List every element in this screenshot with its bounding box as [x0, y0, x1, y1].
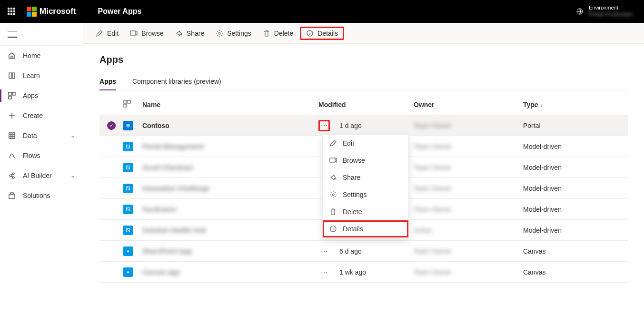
cmd-label: Details: [317, 30, 338, 37]
col-header-type[interactable]: Type↓: [523, 101, 628, 108]
sidebar: Home Learn Apps Create Data ⌄ Flows AI B…: [0, 23, 83, 315]
sidebar-item-learn[interactable]: Learn: [0, 66, 83, 86]
model-app-icon: [123, 142, 133, 151]
ctx-delete[interactable]: Delete: [323, 203, 408, 220]
ai-icon: [8, 171, 16, 180]
chevron-down-icon: ⌄: [70, 132, 75, 139]
col-header-modified[interactable]: Modified: [318, 101, 414, 108]
tab-apps[interactable]: Apps: [99, 78, 116, 90]
sidebar-item-label: Home: [23, 52, 40, 59]
tab-component-libraries[interactable]: Component libraries (preview): [132, 78, 221, 90]
flow-icon: [8, 151, 16, 160]
cmd-label: Settings: [227, 30, 251, 37]
app-name[interactable]: Contoso: [142, 122, 318, 129]
sidebar-item-label: Data: [23, 132, 37, 139]
ctx-label: Edit: [343, 139, 354, 147]
page-title: Apps: [99, 54, 628, 65]
sidebar-toggle-row: [0, 23, 83, 46]
app-launcher-button[interactable]: [4, 4, 19, 19]
svg-rect-2: [12, 92, 15, 95]
app-name[interactable]: SharePoint App: [142, 247, 318, 255]
environment-value: Portal Production: [589, 11, 633, 18]
cmd-edit[interactable]: Edit: [91, 27, 123, 40]
type-value: Model-driven: [523, 164, 628, 171]
sidebar-item-label: Apps: [23, 92, 38, 99]
sidebar-item-create[interactable]: Create: [0, 106, 83, 126]
sidebar-item-apps[interactable]: Apps: [0, 86, 83, 106]
row-more-button[interactable]: ⋯: [318, 120, 330, 131]
cmd-share[interactable]: Share: [170, 27, 209, 40]
home-icon: [8, 51, 16, 60]
sidebar-item-label: Solutions: [23, 192, 50, 199]
cmd-delete[interactable]: Delete: [258, 27, 298, 40]
row-more-button[interactable]: ⋯: [318, 246, 330, 257]
environment-label: Environment: [589, 5, 633, 11]
ctx-label: Share: [343, 174, 360, 181]
chevron-down-icon: ⌄: [70, 172, 75, 179]
cmd-browse[interactable]: Browse: [125, 27, 168, 40]
selected-check-icon[interactable]: ✓: [107, 121, 116, 130]
ctx-share[interactable]: Share: [323, 169, 408, 186]
environment-icon: [575, 7, 584, 16]
model-app-icon: [123, 205, 133, 214]
context-menu: EditBrowseShareSettingsDeleteDetails: [322, 134, 409, 238]
sidebar-item-ai-builder[interactable]: AI Builder ⌄: [0, 166, 83, 186]
hamburger-button[interactable]: [8, 31, 17, 38]
sidebar-item-label: Flows: [23, 152, 40, 159]
table-row[interactable]: ✓Contoso⋯1 d agoTeam OwnerPortalEditBrow…: [99, 115, 628, 136]
type-value: Model-driven: [523, 226, 628, 234]
col-header-name[interactable]: Name: [142, 101, 318, 108]
app-name[interactable]: Portal Management: [142, 143, 318, 150]
sidebar-item-data[interactable]: Data ⌄: [0, 126, 83, 146]
ctx-edit[interactable]: Edit: [323, 135, 408, 152]
ms-logo-icon: [27, 7, 37, 17]
table-row[interactable]: SharePoint App⋯6 d agoTeam OwnerCanvas: [99, 241, 628, 262]
cmd-label: Share: [187, 30, 204, 37]
app-name[interactable]: Canvas app: [142, 268, 318, 276]
topbar: Microsoft Power Apps Environment Portal …: [0, 0, 644, 23]
type-value: Model-driven: [523, 185, 628, 192]
plus-icon: [8, 111, 16, 120]
row-more-button[interactable]: ⋯: [318, 266, 330, 278]
share-icon: [329, 174, 337, 181]
portal-app-icon: [123, 121, 133, 130]
svg-rect-17: [330, 158, 335, 162]
sort-down-icon: ↓: [540, 102, 543, 108]
ctx-details[interactable]: Details: [323, 220, 408, 237]
col-header-owner[interactable]: Owner: [414, 101, 523, 108]
share-icon: [175, 30, 183, 37]
owner-value: Team Owner: [414, 268, 523, 276]
sidebar-item-home[interactable]: Home: [0, 46, 83, 66]
sidebar-item-label: AI Builder: [23, 172, 52, 179]
table-row[interactable]: Canvas app⋯1 wk agoTeam OwnerCanvas: [99, 262, 628, 283]
apps-grid: Name Modified Owner Type↓ ✓Contoso⋯1 d a…: [99, 94, 628, 283]
trash-icon: [263, 30, 270, 37]
waffle-icon: [8, 8, 15, 15]
sidebar-item-flows[interactable]: Flows: [0, 146, 83, 166]
shell: Home Learn Apps Create Data ⌄ Flows AI B…: [0, 23, 644, 315]
product-name[interactable]: Power Apps: [98, 7, 142, 16]
app-name[interactable]: Solution Health Hub: [142, 226, 318, 234]
cmd-details[interactable]: Details: [300, 27, 344, 40]
svg-rect-10: [130, 31, 136, 35]
pencil-icon: [329, 139, 337, 147]
sidebar-item-label: Learn: [23, 72, 40, 79]
solutions-icon: [8, 191, 16, 200]
type-value: Portal: [523, 122, 628, 129]
model-app-icon: [123, 163, 133, 172]
ctx-browse[interactable]: Browse: [323, 152, 408, 169]
sidebar-item-solutions[interactable]: Solutions: [0, 186, 83, 206]
info-icon: [329, 225, 337, 233]
app-name[interactable]: Asset Checkout: [142, 164, 318, 171]
environment-picker[interactable]: Environment Portal Production: [589, 5, 633, 18]
svg-rect-8: [9, 194, 15, 198]
ctx-settings[interactable]: Settings: [323, 186, 408, 203]
modified-value: 1 d ago: [339, 122, 362, 129]
ctx-label: Delete: [343, 208, 362, 216]
ctx-label: Browse: [343, 157, 365, 164]
app-name[interactable]: Innovation Challenge: [142, 185, 318, 192]
owner-value: Team Owner: [414, 247, 523, 255]
cmd-settings[interactable]: Settings: [211, 27, 256, 40]
microsoft-logo: Microsoft: [27, 7, 76, 17]
app-name[interactable]: Fundraiser: [142, 206, 318, 213]
